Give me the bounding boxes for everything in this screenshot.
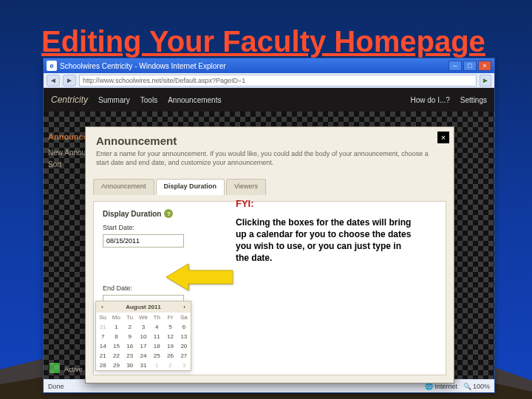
calendar-month-label: August 2011 — [126, 304, 161, 310]
calendar-next-button[interactable]: › — [181, 304, 188, 310]
status-indicator — [50, 363, 60, 373]
calendar-day[interactable]: 22 — [109, 351, 123, 361]
status-zoom[interactable]: 🔍 100% — [463, 383, 490, 390]
calendar-day[interactable]: 2 — [123, 322, 137, 332]
topnav-settings[interactable]: Settings — [460, 96, 487, 104]
calendar-day[interactable]: 17 — [137, 341, 150, 351]
browser-content: Centricity Summary Tools Announcements H… — [44, 88, 494, 379]
status-mode: 🌐 Internet — [425, 383, 457, 390]
calendar-day[interactable]: 7 — [96, 332, 109, 341]
calendar-dow: Mo — [109, 313, 123, 322]
calendar-day[interactable]: 8 — [109, 332, 123, 341]
calendar-day[interactable]: 3 — [137, 322, 150, 332]
calendar-day[interactable]: 28 — [96, 361, 109, 370]
slide-stage: Editing Your Faculty Homepage e Schoolwi… — [0, 0, 532, 399]
topnav-item[interactable]: Summary — [98, 96, 130, 104]
calendar-day[interactable]: 4 — [150, 322, 163, 332]
topnav-item[interactable]: Tools — [140, 96, 157, 104]
calendar-day[interactable]: 18 — [150, 341, 163, 351]
calendar-day[interactable]: 6 — [177, 322, 191, 332]
window-maximize-button[interactable]: □ — [463, 61, 477, 71]
modal-tabs: Announcement Display Duration Viewers — [93, 179, 454, 195]
topnav-item[interactable]: Announcements — [168, 96, 221, 104]
calendar-day[interactable]: 13 — [177, 332, 191, 341]
calendar-day-muted[interactable]: 1 — [150, 361, 163, 370]
calendar-day[interactable]: 26 — [163, 351, 177, 361]
calendar-dow: Sa — [177, 313, 191, 322]
fyi-body: Clicking the boxes for the dates will br… — [236, 216, 413, 265]
address-bar-row: ◄ ► ► — [44, 73, 494, 88]
tab-announcement[interactable]: Announcement — [93, 179, 154, 195]
calendar-day[interactable]: 14 — [96, 341, 109, 351]
calendar-day[interactable]: 11 — [150, 332, 163, 341]
calendar-dow: Fr — [163, 313, 177, 322]
browser-titlebar: e Schoolwires Centricity - Windows Inter… — [44, 58, 494, 73]
calendar-day[interactable]: 24 — [137, 351, 150, 361]
ie-icon: e — [47, 61, 57, 71]
date-picker-calendar: ‹ August 2011 › SuMoTuWeThFrSa3112345678… — [95, 301, 191, 371]
calendar-day-muted[interactable]: 3 — [177, 361, 191, 370]
app-brand: Centricity — [51, 95, 88, 105]
address-input[interactable] — [79, 75, 477, 86]
calendar-dow: We — [137, 313, 150, 322]
end-date-label: End Date: — [103, 284, 437, 292]
calendar-day[interactable]: 5 — [163, 322, 177, 332]
calendar-dow: Su — [96, 313, 109, 322]
status-left: Done — [48, 383, 64, 390]
modal-subtitle: Enter a name for your announcement. If y… — [96, 150, 436, 167]
calendar-day[interactable]: 9 — [123, 332, 137, 341]
calendar-prev-button[interactable]: ‹ — [99, 304, 106, 310]
svg-marker-2 — [166, 264, 233, 290]
calendar-day[interactable]: 31 — [137, 361, 150, 370]
calendar-day-muted[interactable]: 31 — [96, 322, 109, 332]
calendar-day[interactable]: 16 — [123, 341, 137, 351]
modal-title: Announcement — [96, 134, 443, 147]
calendar-day[interactable]: 20 — [177, 341, 191, 351]
calendar-day[interactable]: 12 — [163, 332, 177, 341]
status-text: Active — [64, 366, 83, 373]
calendar-day[interactable]: 27 — [177, 351, 191, 361]
fyi-note: FYI: Clicking the boxes for the dates wi… — [236, 197, 413, 264]
help-icon[interactable]: ? — [164, 209, 173, 218]
modal-close-button[interactable]: × — [437, 132, 449, 143]
topnav-help[interactable]: How do I...? — [411, 96, 450, 104]
browser-window: e Schoolwires Centricity - Windows Inter… — [43, 58, 495, 393]
calendar-day[interactable]: 15 — [109, 341, 123, 351]
calendar-dow: Th — [150, 313, 163, 322]
calendar-day[interactable]: 19 — [163, 341, 177, 351]
tab-viewers[interactable]: Viewers — [226, 179, 266, 195]
nav-go-button[interactable]: ► — [480, 75, 491, 86]
calendar-day[interactable]: 29 — [109, 361, 123, 370]
calendar-day[interactable]: 1 — [109, 322, 123, 332]
nav-back-button[interactable]: ◄ — [47, 75, 60, 86]
app-topbar: Centricity Summary Tools Announcements H… — [44, 88, 494, 112]
calendar-day-muted[interactable]: 2 — [163, 361, 177, 370]
slide-title: Editing Your Faculty Homepage — [41, 25, 485, 58]
tab-display-duration[interactable]: Display Duration — [156, 179, 225, 195]
calendar-day[interactable]: 23 — [123, 351, 137, 361]
nav-forward-button[interactable]: ► — [63, 75, 76, 86]
browser-title: Schoolwires Centricity - Windows Interne… — [60, 62, 446, 70]
calendar-day[interactable]: 25 — [150, 351, 163, 361]
calendar-day[interactable]: 10 — [137, 332, 150, 341]
window-minimize-button[interactable]: – — [449, 61, 462, 71]
calendar-dow: Tu — [123, 313, 137, 322]
calendar-day[interactable]: 21 — [96, 351, 109, 361]
window-close-button[interactable]: × — [478, 61, 491, 71]
fyi-heading: FYI: — [236, 197, 413, 211]
calendar-day[interactable]: 30 — [123, 361, 137, 370]
callout-arrow-icon — [166, 264, 233, 290]
start-date-input[interactable] — [103, 234, 184, 248]
